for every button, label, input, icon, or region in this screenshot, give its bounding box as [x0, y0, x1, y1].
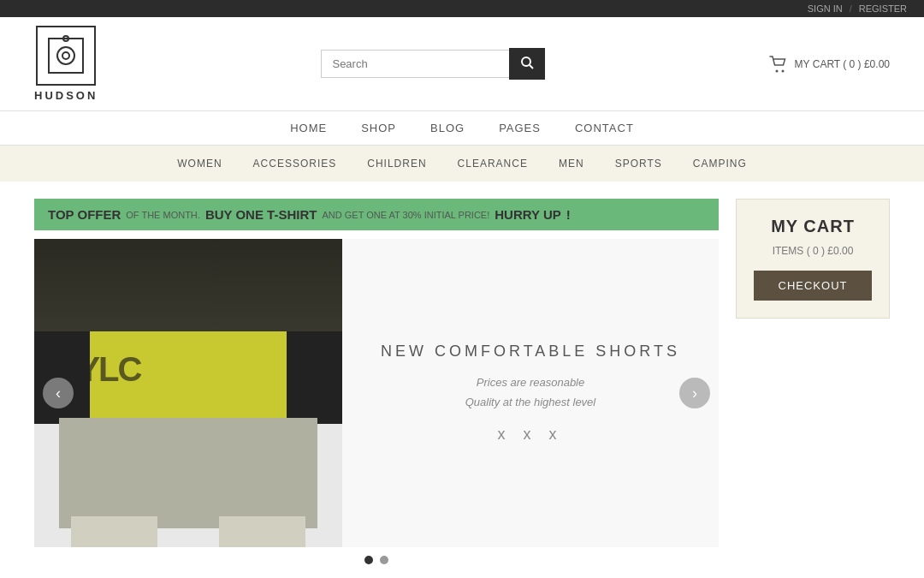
header: HUDSON MY CART ( 0 ) £0.00: [0, 17, 924, 111]
nav-contact[interactable]: CONTACT: [575, 122, 634, 134]
signin-link[interactable]: SIGN IN: [808, 3, 843, 14]
promo-banner: TOP OFFER OF THE MONTH. BUY ONE T-SHIRT …: [34, 199, 719, 230]
logo-area: HUDSON: [34, 26, 98, 102]
slider-bullets: x x x: [497, 426, 563, 444]
jacket-right: [287, 331, 342, 424]
promo-hurry: HURRY UP: [495, 207, 561, 222]
search-icon: [520, 56, 534, 69]
leg-right: [219, 516, 305, 547]
cat-accessories[interactable]: ACCESSORIES: [253, 158, 337, 170]
cart-box: MY CART ITEMS ( 0 ) £0.00 CHECKOUT: [736, 199, 890, 319]
promo-middle: OF THE MONTH.: [126, 210, 200, 220]
shorts: [59, 418, 317, 529]
slider-next-button[interactable]: ›: [679, 378, 710, 408]
slider: YLC NEW COMFORTABLE SHORTS Prices are re…: [34, 239, 719, 547]
svg-point-5: [522, 57, 530, 66]
svg-point-8: [781, 69, 784, 72]
logo-icon: [36, 26, 96, 86]
promo-top-offer: TOP OFFER: [48, 207, 121, 222]
category-nav: WOMEN ACCESSORIES CHILDREN CLEARANCE MEN…: [0, 146, 924, 182]
nav-home[interactable]: HOME: [290, 122, 327, 134]
cart-icon: [769, 56, 788, 73]
main-content: TOP OFFER OF THE MONTH. BUY ONE T-SHIRT …: [0, 182, 924, 578]
promo-exclaim: !: [566, 207, 571, 222]
cart-label: MY CART ( 0 ) £0.00: [795, 58, 890, 70]
slider-image: YLC: [34, 239, 342, 547]
svg-point-2: [62, 52, 69, 59]
logo-svg: [44, 34, 87, 77]
svg-rect-0: [49, 39, 83, 73]
top-bar: SIGN IN / REGISTER: [0, 0, 924, 17]
slider-prev-button[interactable]: ‹: [43, 378, 74, 408]
nav-pages[interactable]: PAGES: [499, 122, 541, 134]
nav-shop[interactable]: SHOP: [361, 122, 396, 134]
cart-area[interactable]: MY CART ( 0 ) £0.00: [769, 56, 890, 73]
main-nav: HOME SHOP BLOG PAGES CONTACT: [0, 111, 924, 146]
shirt-body: YLC: [50, 331, 327, 424]
search-button[interactable]: [509, 48, 545, 80]
checkout-button[interactable]: CHECKOUT: [754, 271, 872, 301]
slider-desc-line1: Prices are reasonable: [477, 372, 584, 392]
cat-sports[interactable]: SPORTS: [615, 158, 662, 170]
slider-wrap: TOP OFFER OF THE MONTH. BUY ONE T-SHIRT …: [34, 199, 719, 573]
search-area: [321, 48, 545, 80]
cat-children[interactable]: CHILDREN: [367, 158, 426, 170]
promo-middle2: AND GET ONE AT 30% INITIAL PRICE!: [322, 210, 489, 220]
cat-women[interactable]: WOMEN: [177, 158, 222, 170]
cart-box-title: MY CART: [754, 217, 872, 236]
top-bar-separator: /: [850, 3, 852, 14]
slider-dot-2[interactable]: [380, 556, 388, 564]
leg-left: [71, 516, 157, 547]
cart-box-items: ITEMS ( 0 ) £0.00: [754, 245, 872, 257]
slider-title: NEW COMFORTABLE SHORTS: [381, 343, 680, 361]
cat-clearance[interactable]: CLEARANCE: [458, 158, 528, 170]
slider-desc-line2: Quality at the highest level: [465, 392, 595, 412]
nav-blog[interactable]: BLOG: [430, 122, 465, 134]
svg-point-7: [775, 69, 778, 72]
svg-point-1: [57, 47, 74, 64]
register-link[interactable]: REGISTER: [859, 3, 907, 14]
slider-dots: [34, 547, 719, 573]
cart-sidebar: MY CART ITEMS ( 0 ) £0.00 CHECKOUT: [736, 199, 890, 573]
svg-line-6: [530, 65, 533, 69]
promo-buy-one: BUY ONE T-SHIRT: [205, 207, 317, 222]
logo-brand-text: HUDSON: [34, 89, 98, 102]
slider-dot-1[interactable]: [364, 556, 373, 564]
cat-men[interactable]: MEN: [559, 158, 584, 170]
cat-camping[interactable]: CAMPING: [693, 158, 747, 170]
search-input[interactable]: [321, 50, 509, 78]
slider-text: NEW COMFORTABLE SHORTS Prices are reason…: [342, 239, 719, 547]
